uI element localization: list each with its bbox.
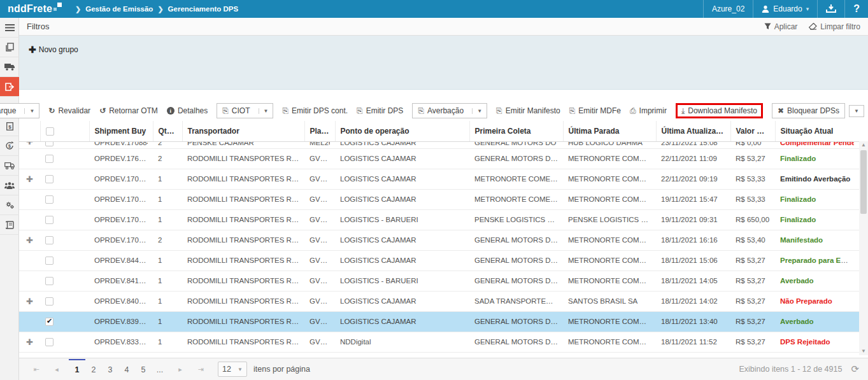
row-checkbox[interactable]	[45, 338, 53, 346]
expand-toggle[interactable]: ✚	[19, 141, 40, 148]
revalidar-button[interactable]: ↻Revalidar	[48, 106, 90, 115]
scrollbar-thumb[interactable]	[860, 150, 867, 214]
column-header-valor-buy[interactable]: Valor Buy	[730, 121, 775, 141]
refresh-icon[interactable]: ⟳	[851, 363, 859, 375]
expand-toggle[interactable]: ✚	[19, 169, 40, 189]
column-header--ltima-parada[interactable]: Última Parada	[563, 121, 656, 141]
app-logo[interactable]: nddFrete	[0, 3, 71, 15]
row-checkbox[interactable]	[45, 236, 53, 244]
emitir-manifesto-button[interactable]: ⎘Emitir Manifesto	[496, 106, 560, 115]
row-checkbox[interactable]	[45, 277, 53, 285]
expand-icon[interactable]: ✚	[26, 142, 33, 146]
table-row[interactable]: OPRDEV.8447444121RODOMILLI TRANSPORTES R…	[19, 250, 859, 271]
sidebar-item-invoice[interactable]: $	[0, 116, 19, 136]
sidebar-item-settings[interactable]	[0, 195, 19, 215]
expand-toggle[interactable]: ✚	[19, 332, 40, 352]
column-header-transportador[interactable]: Transportador	[182, 121, 304, 141]
sidebar-item-documents[interactable]	[0, 38, 19, 57]
bloquear-dpss-button[interactable]: ✖Bloquear DPSs	[772, 103, 845, 118]
table-row[interactable]: ✚OPRDEV.8409181041RODOMILLI TRANSPORTES …	[19, 291, 859, 311]
table-row[interactable]: OPRDEV.1708691RODOMILLI TRANSPORTES RODO…	[19, 209, 859, 230]
page-size-select[interactable]: 12 ▼	[218, 362, 247, 377]
new-group-button[interactable]: ✚ Novo grupo	[29, 45, 78, 55]
expand-toggle[interactable]	[19, 311, 40, 332]
expand-icon[interactable]: ✚	[26, 236, 33, 245]
breadcrumb-item-gestao[interactable]: Gestão de Emissão	[85, 5, 153, 13]
row-select[interactable]	[40, 291, 89, 311]
retornar-otm-button[interactable]: ↺Retornar OTM	[99, 106, 158, 115]
row-select[interactable]	[40, 230, 89, 250]
row-checkbox[interactable]	[45, 195, 53, 204]
table-row[interactable]: OPRDEV.8410867101RODOMILLI TRANSPORTES R…	[19, 271, 859, 291]
row-select[interactable]	[40, 169, 89, 189]
page-1-button[interactable]: 1	[69, 359, 85, 380]
table-row[interactable]: OPRDEV.8395889461RODOMILLI TRANSPORTES R…	[19, 311, 859, 332]
expand-toggle[interactable]: ✚	[19, 230, 40, 250]
emitir-mdfe-button[interactable]: ⎘Emitir MDFe	[569, 106, 621, 115]
column-header-shipment-buy[interactable]: Shipment Buy	[89, 121, 153, 141]
next-page-button[interactable]: ▸	[172, 361, 189, 377]
page-3-button[interactable]: 3	[102, 359, 118, 380]
expand-toggle[interactable]	[19, 250, 40, 271]
row-select[interactable]	[40, 250, 89, 271]
row-checkbox[interactable]	[45, 257, 53, 265]
first-page-button[interactable]: ⇤	[28, 361, 45, 377]
expand-toggle[interactable]	[19, 189, 40, 209]
column-header-qtd-sell[interactable]: Qtd. Sell	[153, 121, 182, 141]
column-header-primeira-coleta[interactable]: Primeira Coleta	[469, 121, 563, 141]
sidebar-item-users[interactable]	[0, 176, 19, 195]
imprimir-button[interactable]: ⎙Imprimir	[630, 106, 667, 115]
row-select[interactable]	[40, 189, 89, 209]
apply-filter-button[interactable]: Aplicar	[764, 22, 798, 31]
expand-toggle[interactable]	[19, 271, 40, 291]
table-row[interactable]: ✚OPRDEV.1708721RODOMILLI TRANSPORTES ROD…	[19, 169, 859, 189]
table-row[interactable]: ✚OPRDEV.1708842PENSKE CAJAMARMEL2622LOGI…	[19, 141, 859, 148]
expand-toggle[interactable]	[19, 209, 40, 230]
column-header--ltima-atualiza-o[interactable]: Última Atualização↓	[656, 121, 730, 141]
column-header-situa-o-atual[interactable]: Situação Atual	[775, 121, 859, 141]
chevron-down-icon[interactable]: ▼	[472, 108, 487, 114]
row-select[interactable]	[40, 332, 89, 352]
table-row[interactable]: OPRDEV.1708781RODOMILLI TRANSPORTES RODO…	[19, 189, 859, 209]
row-checkbox[interactable]	[45, 216, 53, 224]
row-select[interactable]	[40, 141, 89, 148]
page-5-button[interactable]: 5	[135, 359, 152, 380]
expand-icon[interactable]: ✚	[26, 297, 33, 306]
row-checkbox[interactable]	[45, 175, 53, 183]
sidebar-item-menu[interactable]	[0, 18, 19, 38]
last-page-button[interactable]: ⇥	[192, 361, 209, 377]
table-row[interactable]: ✚OPRDEV.1708682RODOMILLI TRANSPORTES ROD…	[19, 230, 859, 250]
sidebar-item-delivery-truck[interactable]	[0, 156, 19, 176]
table-row[interactable]: ✚OPRDEV.8330875791RODOMILLI TRANSPORTES …	[19, 332, 859, 352]
clear-filter-button[interactable]: Limpar filtro	[809, 22, 860, 31]
row-checkbox[interactable]	[45, 142, 53, 146]
previous-page-button[interactable]: ◂	[48, 361, 65, 377]
ciot-button[interactable]: ⎘CIOT▼	[217, 103, 273, 118]
sidebar-item-ledger[interactable]	[0, 215, 19, 235]
emitir-dps-cont-button[interactable]: ⎘Emitir DPS cont.	[282, 106, 348, 115]
table-row[interactable]: OPRDEV.1760491452RODOMILLI TRANSPORTES R…	[19, 148, 859, 169]
select-all-header[interactable]	[40, 121, 89, 141]
scroll-up-icon[interactable]: ▲	[859, 141, 868, 149]
sidebar-item-emission[interactable]	[0, 77, 19, 97]
select-all-checkbox[interactable]	[46, 127, 54, 136]
expand-icon[interactable]: ✚	[26, 337, 33, 347]
expand-toggle[interactable]	[19, 148, 40, 169]
help-button[interactable]: ?	[844, 0, 868, 18]
page-more-button[interactable]: ...	[152, 359, 168, 380]
breadcrumb-item-gerenciamento[interactable]: Gerenciamento DPS	[168, 5, 239, 13]
download-center-button[interactable]	[817, 0, 844, 18]
scroll-down-icon[interactable]: ▼	[859, 348, 868, 355]
row-checkbox[interactable]	[45, 297, 53, 306]
row-checkbox[interactable]	[45, 155, 53, 163]
page-2-button[interactable]: 2	[85, 359, 102, 380]
bloquear-dpss-dropdown-button[interactable]: ▼	[849, 105, 864, 117]
download-manifesto-button[interactable]: ⤓Download Manifesto	[676, 103, 763, 118]
detalhes-button[interactable]: iDetalhes	[167, 106, 208, 115]
sidebar-item-financial-refresh[interactable]: $	[0, 136, 19, 156]
chevron-down-icon[interactable]: ▼	[259, 108, 273, 114]
expand-icon[interactable]: ✚	[26, 174, 33, 184]
row-select[interactable]	[40, 311, 89, 332]
row-select[interactable]	[40, 271, 89, 291]
row-checkbox[interactable]	[45, 318, 53, 326]
